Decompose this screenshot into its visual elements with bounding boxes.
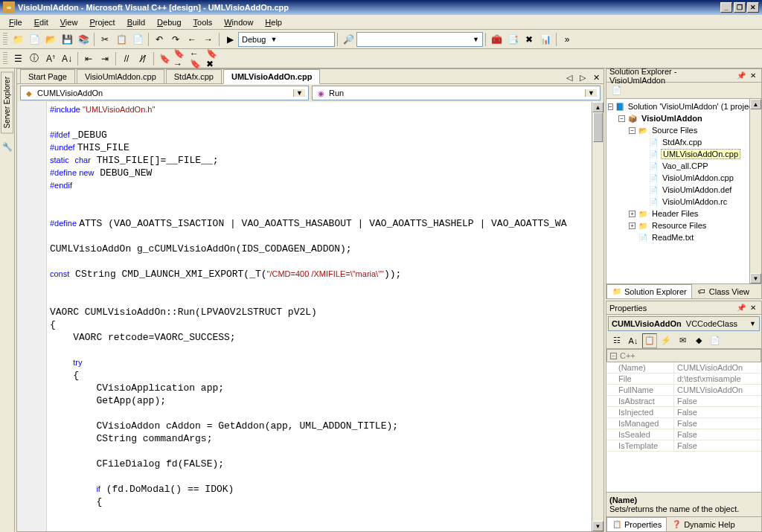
menu-debug[interactable]: Debug xyxy=(151,16,187,28)
restore-button[interactable]: ❐ xyxy=(734,2,746,13)
tree-node[interactable]: 📄VisioUmlAddon.cpp xyxy=(608,172,748,184)
overrides-icon[interactable]: ◆ xyxy=(691,333,706,348)
tree-node[interactable]: −📦VisioUmlAddon xyxy=(608,112,748,124)
solution-explorer-tab[interactable]: 📁 Solution Explorer xyxy=(606,284,692,299)
tree-node[interactable]: 📄UMLVisioAddOn.cpp xyxy=(608,148,748,160)
word-complete-icon[interactable]: A↓ xyxy=(59,51,75,67)
copy-icon[interactable]: 📋 xyxy=(113,31,129,48)
quick-info-icon[interactable]: Aꜛ xyxy=(42,51,59,67)
tree-node[interactable]: +📁Resource Files xyxy=(608,219,748,231)
menu-build[interactable]: Build xyxy=(121,16,151,28)
toolbar-grip[interactable] xyxy=(3,33,7,46)
server-explorer-tab[interactable]: Server Explorer xyxy=(1,71,13,133)
collapse-icon[interactable]: − xyxy=(610,353,617,359)
find-icon[interactable]: 🔎 xyxy=(340,31,356,48)
class-view-icon[interactable]: 📊 xyxy=(537,31,554,48)
toolbox-tab-icon[interactable]: 🔧 xyxy=(1,141,13,153)
scroll-down-icon[interactable]: ▼ xyxy=(592,521,603,531)
tree-node[interactable]: −📂Source Files xyxy=(608,124,748,136)
alphabetical-icon[interactable]: A↓ xyxy=(626,333,641,348)
pin-icon[interactable]: 📌 xyxy=(736,71,746,81)
tree-node[interactable]: 📄StdAfx.cpp xyxy=(608,136,748,148)
paste-icon[interactable]: 📄 xyxy=(129,31,146,48)
tab-scroll-right-icon[interactable]: ▷ xyxy=(577,71,589,83)
property-row[interactable]: FullNameCUMLVisioAddOn xyxy=(606,385,761,396)
tab-close-icon[interactable]: ✕ xyxy=(590,71,602,83)
menu-file[interactable]: File xyxy=(3,16,28,28)
options-icon[interactable]: ✖ xyxy=(521,31,537,48)
property-row[interactable]: IsManagedFalse xyxy=(606,418,761,429)
properties-tab[interactable]: 📋 Properties xyxy=(606,517,667,532)
tree-node[interactable]: 📄Vao_all.CPP xyxy=(608,160,748,172)
toolbar-grip[interactable] xyxy=(3,52,7,65)
vertical-scrollbar[interactable]: ▲ ▼ xyxy=(749,99,761,283)
messages-icon[interactable]: ✉ xyxy=(675,333,690,348)
tree-toggle-icon[interactable]: − xyxy=(618,115,625,122)
save-all-icon[interactable]: 📚 xyxy=(75,31,92,48)
vertical-scrollbar[interactable]: ▲ ▼ xyxy=(592,102,603,531)
cut-icon[interactable]: ✂ xyxy=(97,31,113,48)
tree-node[interactable]: −📘Solution 'VisioUmlAddon' (1 project) xyxy=(608,100,748,112)
property-row[interactable]: IsAbstractFalse xyxy=(606,396,761,407)
undo-icon[interactable]: ↶ xyxy=(151,31,167,48)
tree-node[interactable]: 📄VisioUmlAddon.def xyxy=(608,184,748,196)
tree-toggle-icon[interactable]: − xyxy=(629,127,635,134)
document-tab[interactable]: UMLVisioAddOn.cpp xyxy=(223,69,320,84)
property-row[interactable]: (Name)CUMLVisioAddOn xyxy=(606,362,761,374)
class-view-tab[interactable]: 🏷 Class View xyxy=(692,285,754,298)
solution-tree[interactable]: −📘Solution 'VisioUmlAddon' (1 project)−📦… xyxy=(606,99,749,283)
indent-dec-icon[interactable]: ⇤ xyxy=(80,51,97,67)
redo-icon[interactable]: ↷ xyxy=(167,31,184,48)
find-combo[interactable]: ▼ xyxy=(356,32,483,47)
document-tab[interactable]: VisioUmlAddon.cpp xyxy=(77,69,164,83)
method-dropdown[interactable]: ◉ Run ▼ xyxy=(312,86,601,100)
pin-icon[interactable]: 📌 xyxy=(736,303,746,313)
code-content[interactable]: #include "UMLVisioAddOn.h" #ifdef _DEBUG… xyxy=(47,102,592,531)
document-tab[interactable]: StdAfx.cpp xyxy=(166,69,222,83)
menu-project[interactable]: Project xyxy=(83,16,121,28)
bookmark-next-icon[interactable]: 🔖→ xyxy=(173,51,189,67)
scroll-up-icon[interactable]: ▲ xyxy=(592,102,603,112)
property-row[interactable]: Filed:\test\xmisample xyxy=(606,374,761,385)
close-button[interactable]: ✕ xyxy=(747,2,759,13)
dynamic-help-tab[interactable]: ❓ Dynamic Help xyxy=(667,518,739,531)
param-info-icon[interactable]: ⓘ xyxy=(26,51,42,67)
minimize-button[interactable]: _ xyxy=(720,2,732,13)
property-category[interactable]: − C++ xyxy=(606,349,761,362)
properties-icon[interactable]: 📑 xyxy=(505,31,521,48)
tab-scroll-left-icon[interactable]: ◁ xyxy=(563,71,575,83)
events-icon[interactable]: ⚡ xyxy=(659,333,673,348)
view-code-icon[interactable]: 📄 xyxy=(609,83,624,98)
bookmark-icon[interactable]: 🔖 xyxy=(156,51,173,67)
property-pages-icon[interactable]: 📄 xyxy=(708,333,723,348)
tree-toggle-icon[interactable]: + xyxy=(629,222,635,229)
property-row[interactable]: IsTemplateFalse xyxy=(606,440,761,452)
new-project-icon[interactable]: 📁 xyxy=(10,31,26,48)
scroll-up-icon[interactable]: ▲ xyxy=(750,99,761,109)
more-icon[interactable]: » xyxy=(559,31,575,48)
menu-window[interactable]: Window xyxy=(218,16,259,28)
start-icon[interactable]: ▶ xyxy=(222,31,238,48)
menu-edit[interactable]: Edit xyxy=(28,16,54,28)
property-row[interactable]: IsInjectedFalse xyxy=(606,407,761,418)
code-editor[interactable]: #include "UMLVisioAddOn.h" #ifdef _DEBUG… xyxy=(17,102,603,531)
menu-help[interactable]: Help xyxy=(259,16,288,28)
scroll-down-icon[interactable]: ▼ xyxy=(750,273,761,283)
categorized-icon[interactable]: ☷ xyxy=(609,333,624,348)
tree-node[interactable]: 📄VisioUmlAddon.rc xyxy=(608,196,748,208)
properties-grid[interactable]: − C++ (Name)CUMLVisioAddOnFiled:\test\xm… xyxy=(606,349,761,492)
toolbox-icon[interactable]: 🧰 xyxy=(488,31,505,48)
config-combo[interactable]: Debug ▼ xyxy=(238,32,335,47)
nav-fwd-icon[interactable]: → xyxy=(200,31,217,48)
properties-object-combo[interactable]: CUMLVisioAddOn VCCodeClass ▼ xyxy=(608,316,760,331)
bookmark-prev-icon[interactable]: ←🔖 xyxy=(189,51,205,67)
class-dropdown[interactable]: ◆ CUMLVisioAddOn ▼ xyxy=(20,86,309,100)
member-list-icon[interactable]: ☰ xyxy=(10,51,26,67)
close-icon[interactable]: ✕ xyxy=(748,71,758,81)
tree-node[interactable]: 📄ReadMe.txt xyxy=(608,231,748,243)
nav-back-icon[interactable]: ← xyxy=(184,31,200,48)
property-row[interactable]: IsSealedFalse xyxy=(606,429,761,440)
open-icon[interactable]: 📂 xyxy=(42,31,59,48)
add-item-icon[interactable]: 📄 xyxy=(26,31,42,48)
menu-view[interactable]: View xyxy=(54,16,84,28)
